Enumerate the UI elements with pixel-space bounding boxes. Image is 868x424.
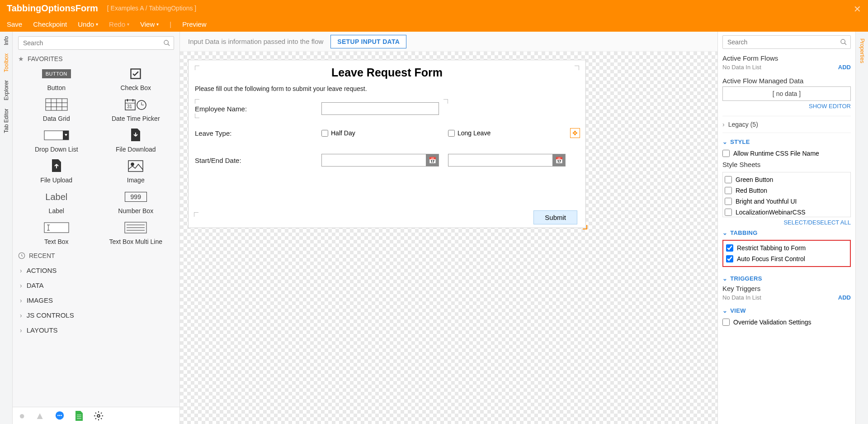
gear-icon[interactable]	[94, 411, 104, 421]
document-icon[interactable]	[75, 411, 84, 421]
halfday-checkbox[interactable]: Half Day	[321, 129, 439, 137]
search-icon	[840, 38, 847, 46]
end-date-input[interactable]: 📅	[448, 154, 566, 167]
tab-info[interactable]: Info	[3, 36, 9, 45]
chevron-down-icon: ▾	[96, 22, 98, 27]
search-icon	[163, 39, 170, 47]
triggers-heading[interactable]: ⌄TRIGGERS	[722, 275, 851, 282]
show-editor-link[interactable]: SHOW EDITOR	[722, 103, 851, 110]
left-tab-strip: Info Toolbox Explorer Tab Editor	[0, 32, 13, 424]
tab-tab-editor[interactable]: Tab Editor	[3, 109, 9, 133]
category-layouts[interactable]: ›LAYOUTS	[18, 323, 174, 338]
svg-point-38	[841, 39, 845, 43]
move-handle-icon[interactable]: ✥	[570, 128, 580, 138]
start-date-input[interactable]: 📅	[321, 154, 439, 167]
status-bar: ● ▲	[13, 407, 179, 424]
ss-item[interactable]: Red Button	[725, 185, 849, 196]
chevron-down-icon: ⌄	[722, 307, 727, 314]
calendar-icon[interactable]: 📅	[426, 154, 439, 166]
key-triggers-label: Key Triggers	[722, 285, 760, 292]
favorites-heading: FAVORITES	[28, 55, 63, 62]
stylesheets-list[interactable]: Green Button Red Button Bright and Youth…	[722, 172, 851, 217]
category-actions[interactable]: ›ACTIONS	[18, 263, 174, 278]
tool-filedownload-label: File Download	[116, 146, 156, 153]
undo-button[interactable]: Undo ▾	[78, 20, 98, 28]
tool-dropdown[interactable]: Drop Down List	[18, 128, 95, 153]
app-title: TabbingOptionsForm	[7, 3, 98, 14]
redo-button[interactable]: Redo ▾	[109, 20, 129, 28]
resize-handle-icon[interactable]	[583, 225, 587, 229]
tool-datetime[interactable]: 31 Date Time Picker	[98, 97, 175, 122]
legacy-expander[interactable]: ›Legacy (5)	[722, 118, 851, 131]
category-images[interactable]: ›IMAGES	[18, 293, 174, 308]
chevron-right-icon: ›	[20, 282, 22, 289]
form-container[interactable]: Leave Request Form Please fill out the f…	[188, 60, 586, 228]
design-canvas[interactable]: Leave Request Form Please fill out the f…	[180, 52, 717, 424]
employee-name-input[interactable]	[321, 102, 439, 115]
submit-button[interactable]: Submit	[533, 210, 577, 224]
no-data-text: No Data In List	[722, 64, 761, 71]
select-deselect-link[interactable]: SELECT/DESELECT ALL	[722, 219, 851, 226]
autofocus-checkbox[interactable]: Auto Focus First Control	[726, 253, 847, 264]
style-heading[interactable]: ⌄STYLE	[722, 138, 851, 145]
tool-fileupload-label: File Upload	[40, 176, 72, 184]
stylesheets-label: Style Sheets	[722, 161, 760, 168]
svg-point-37	[97, 414, 100, 417]
checkpoint-button[interactable]: Checkpoint	[33, 20, 67, 28]
ss-item[interactable]: LocalizationWebinarCSS	[725, 207, 849, 217]
chevron-right-icon: ›	[20, 297, 22, 304]
tool-datagrid-label: Data Grid	[43, 115, 70, 122]
tabbing-heading[interactable]: ⌄TABBING	[722, 229, 851, 236]
no-data-text: No Data In List	[722, 294, 761, 301]
form-subtitle: Please fill out the following form to su…	[195, 85, 367, 92]
svg-rect-21	[44, 223, 69, 233]
tool-button[interactable]: BUTTON Button	[18, 66, 95, 91]
tool-label[interactable]: Label Label	[18, 189, 95, 214]
close-icon[interactable]: ✕	[854, 4, 861, 14]
tool-checkbox[interactable]: Check Box	[98, 66, 175, 91]
chevron-right-icon: ›	[20, 327, 22, 334]
toolbox-search-input[interactable]	[18, 36, 174, 50]
add-trigger-button[interactable]: ADD	[838, 294, 851, 301]
alert-circle-icon[interactable]: ●	[19, 410, 25, 422]
right-tab-strip: Properties	[855, 32, 868, 424]
preview-button[interactable]: Preview	[182, 20, 206, 28]
category-data[interactable]: ›DATA	[18, 278, 174, 293]
tool-filedownload[interactable]: File Download	[98, 128, 175, 153]
toolbox-panel: ★FAVORITES BUTTON Button Check Box Data …	[13, 32, 180, 424]
category-js[interactable]: ›JS CONTROLS	[18, 308, 174, 323]
chevron-right-icon: ›	[20, 312, 22, 319]
chat-icon[interactable]	[55, 411, 65, 421]
restrict-tabbing-checkbox[interactable]: Restrict Tabbing to Form	[726, 243, 847, 253]
ss-item[interactable]: Green Button	[725, 174, 849, 185]
tool-datagrid[interactable]: Data Grid	[18, 97, 95, 122]
tool-textboxml-label: Text Box Multi Line	[109, 238, 163, 245]
tool-textbox[interactable]: Text Box	[18, 220, 95, 245]
tool-fileupload[interactable]: File Upload	[18, 158, 95, 184]
tool-image[interactable]: Image	[98, 158, 175, 184]
chevron-down-icon: ⌄	[722, 138, 727, 145]
tool-datetime-label: Date Time Picker	[112, 115, 160, 122]
longleave-checkbox[interactable]: Long Leave	[448, 129, 491, 137]
view-button[interactable]: View ▾	[140, 20, 159, 28]
tab-properties[interactable]: Properties	[859, 38, 865, 63]
view-heading[interactable]: ⌄VIEW	[722, 307, 851, 314]
managed-data-label: Active Flow Managed Data	[722, 77, 803, 85]
warning-icon[interactable]: ▲	[35, 410, 45, 422]
tab-explorer[interactable]: Explorer	[3, 80, 9, 100]
form-title: Leave Request Form	[195, 66, 579, 79]
calendar-icon[interactable]: 📅	[552, 154, 565, 166]
tool-dropdown-label: Drop Down List	[35, 146, 78, 153]
no-data-box[interactable]: [ no data ]	[722, 86, 851, 101]
add-flow-button[interactable]: ADD	[838, 64, 851, 71]
properties-search-input[interactable]	[722, 35, 851, 49]
svg-point-33	[61, 414, 62, 416]
tool-textboxml[interactable]: Text Box Multi Line	[98, 220, 175, 245]
ss-item[interactable]: Bright and Youthful UI	[725, 196, 849, 207]
tab-toolbox[interactable]: Toolbox	[3, 53, 9, 72]
runtime-css-checkbox[interactable]: Allow Runtime CSS File Name	[722, 148, 851, 159]
tool-numbox[interactable]: 999 Number Box	[98, 189, 175, 214]
setup-input-data-button[interactable]: SETUP INPUT DATA	[330, 35, 406, 48]
override-validation-checkbox[interactable]: Override Validation Settings	[722, 317, 851, 328]
save-button[interactable]: Save	[7, 20, 22, 28]
